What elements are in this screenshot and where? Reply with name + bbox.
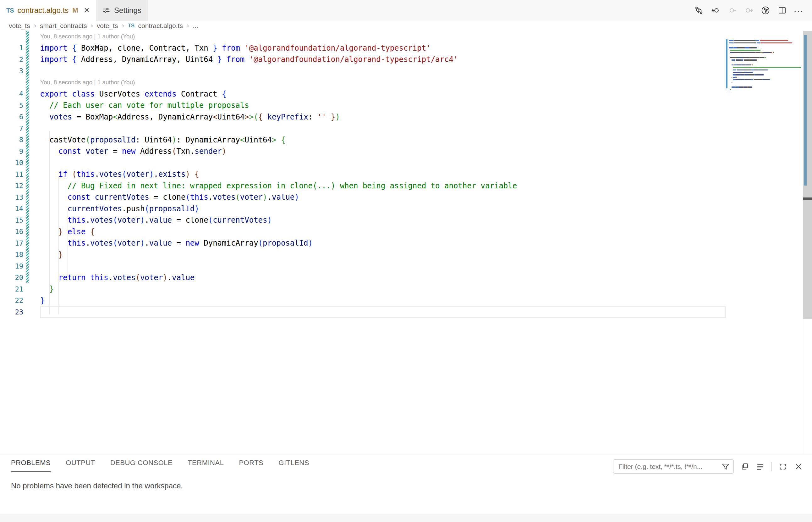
code-line[interactable]: 16 } else { <box>0 226 812 238</box>
code-text: import { BoxMap, clone, Contract, Txn } … <box>40 42 431 54</box>
code-line[interactable]: 10 <box>0 157 812 169</box>
line-number: 14 <box>0 205 23 213</box>
code-editor[interactable]: You, 8 seconds ago | 1 author (You)1impo… <box>0 31 812 454</box>
minimap-line <box>726 49 803 52</box>
modified-badge: M <box>72 6 78 15</box>
breadcrumb-item[interactable]: vote_ts <box>9 22 30 29</box>
next-change-disabled-icon[interactable] <box>744 5 754 16</box>
minimap-line <box>726 86 803 88</box>
close-tab-icon[interactable]: ✕ <box>84 7 89 14</box>
minimap-line <box>726 81 803 84</box>
code-line[interactable]: 17 this.votes(voter).value = new Dynamic… <box>0 237 812 249</box>
code-text: import { Address, DynamicArray, Uint64 }… <box>40 54 458 65</box>
gitlens-blame-text[interactable]: You, 8 seconds ago | 1 author (You) <box>40 79 135 86</box>
minimap-line <box>726 88 803 91</box>
line-number: 19 <box>0 262 23 270</box>
code-line[interactable]: 6 votes = BoxMap<Address, DynamicArray<U… <box>0 111 812 123</box>
panel-tab-ports[interactable]: PORTS <box>239 459 263 472</box>
code-line[interactable]: 22} <box>0 295 812 307</box>
view-as-table-icon[interactable] <box>740 462 749 471</box>
minimap-line <box>726 76 803 79</box>
panel-tab-terminal[interactable]: TERMINAL <box>188 459 224 472</box>
code-line[interactable]: 20 return this.votes(voter).value <box>0 272 812 284</box>
code-line[interactable]: 23 <box>0 306 812 318</box>
close-panel-icon[interactable] <box>794 462 803 471</box>
line-number: 7 <box>0 124 23 133</box>
minimap-line <box>726 71 803 74</box>
code-line[interactable]: 18 } <box>0 249 812 261</box>
code-line[interactable]: 3 <box>0 65 812 77</box>
panel-tab-output[interactable]: OUTPUT <box>66 459 95 472</box>
panel-tab-problems[interactable]: PROBLEMS <box>11 459 50 472</box>
code-line[interactable]: 5 // Each user can vote for multiple pro… <box>0 100 812 111</box>
minimap-line <box>726 42 803 44</box>
line-number: 17 <box>0 239 23 247</box>
breadcrumb-item[interactable]: vote_ts <box>97 22 118 29</box>
filter-funnel-icon[interactable] <box>721 462 730 471</box>
code-line[interactable]: 1import { BoxMap, clone, Contract, Txn }… <box>0 42 812 54</box>
breadcrumb-item[interactable]: smart_contracts <box>40 22 87 29</box>
line-number: 1 <box>0 44 23 52</box>
tab-filename: contract.algo.ts <box>18 6 69 15</box>
line-number: 11 <box>0 170 23 178</box>
line-number: 6 <box>0 113 23 121</box>
breadcrumb-more[interactable]: ... <box>193 22 198 29</box>
minimap-line <box>726 54 803 57</box>
filter-input[interactable] <box>618 463 721 471</box>
minimap-line <box>726 91 803 94</box>
code-text: this.votes(voter).value = new DynamicArr… <box>40 237 313 249</box>
overview-ruler-cursor-mark <box>803 198 812 200</box>
previous-change-icon[interactable] <box>710 5 721 16</box>
gitlens-graph-icon[interactable] <box>760 5 771 16</box>
code-line[interactable]: 21 } <box>0 283 812 295</box>
code-text: // Each user can vote for multiple propo… <box>40 100 249 111</box>
line-number: 3 <box>0 67 23 75</box>
settings-tab-label: Settings <box>114 6 141 15</box>
collapse-all-icon[interactable] <box>756 462 765 471</box>
open-changes-icon[interactable] <box>693 5 704 16</box>
problems-message: No problems have been detected in the wo… <box>11 481 183 490</box>
editor-actions: ... <box>693 0 804 21</box>
blame-annotation-row[interactable]: You, 8 seconds ago | 1 author (You) <box>0 77 812 88</box>
code-text: } else { <box>40 226 95 238</box>
change-marker-disabled-icon[interactable] <box>727 5 737 16</box>
problems-filter[interactable] <box>613 459 734 474</box>
breadcrumb-file[interactable]: contract.algo.ts <box>138 22 183 29</box>
tab-settings[interactable]: Settings <box>96 0 148 21</box>
line-number: 12 <box>0 182 23 189</box>
minimap[interactable] <box>726 31 803 163</box>
split-editor-icon[interactable] <box>777 5 787 16</box>
code-line[interactable]: 4export class UserVotes extends Contract… <box>0 88 812 100</box>
code-line[interactable]: 11 if (this.votes(voter).exists) { <box>0 168 812 180</box>
gitlens-blame-text[interactable]: You, 8 seconds ago | 1 author (You) <box>40 33 135 40</box>
code-rows: You, 8 seconds ago | 1 author (You)1impo… <box>0 31 812 318</box>
line-number: 4 <box>0 90 23 98</box>
line-number: 18 <box>0 250 23 259</box>
minimap-line <box>726 74 803 76</box>
code-line[interactable]: 13 const currentVotes = clone(this.votes… <box>0 192 812 203</box>
panel-tab-debug-console[interactable]: DEBUG CONSOLE <box>110 459 172 472</box>
code-text: currentVotes.push(proposalId) <box>40 203 199 215</box>
blame-annotation-row[interactable]: You, 8 seconds ago | 1 author (You) <box>0 31 812 42</box>
code-line[interactable]: 7 <box>0 123 812 134</box>
code-text: const voter = new Address(Txn.sender) <box>40 146 227 157</box>
editor-scrollbar[interactable] <box>803 31 812 454</box>
overview-ruler-change-mark <box>804 35 807 185</box>
code-text: } <box>40 295 45 307</box>
line-number: 16 <box>0 228 23 236</box>
code-line[interactable]: 19 <box>0 260 812 272</box>
more-actions-icon[interactable]: ... <box>793 4 804 17</box>
code-line[interactable]: 15 this.votes(voter).value = clone(curre… <box>0 215 812 226</box>
code-line[interactable]: 14 currentVotes.push(proposalId) <box>0 203 812 215</box>
panel-tab-gitlens[interactable]: GITLENS <box>278 459 309 472</box>
code-line[interactable]: 8 castVote(proposalId: Uint64): DynamicA… <box>0 134 812 146</box>
chevron-right-icon: › <box>34 22 36 30</box>
minimap-line <box>726 59 803 61</box>
maximize-panel-icon[interactable] <box>778 462 788 471</box>
code-line[interactable]: 2import { Address, DynamicArray, Uint64 … <box>0 54 812 65</box>
code-line[interactable]: 9 const voter = new Address(Txn.sender) <box>0 146 812 157</box>
tab-contract-algo-ts[interactable]: TS contract.algo.ts M ✕ <box>0 0 96 21</box>
panel-tabs: PROBLEMSOUTPUTDEBUG CONSOLETERMINALPORTS… <box>11 459 309 472</box>
code-line[interactable]: 12 // Bug Fixed in next line: wrapped ex… <box>0 180 812 192</box>
code-text: // Bug Fixed in next line: wrapped expre… <box>40 180 517 192</box>
